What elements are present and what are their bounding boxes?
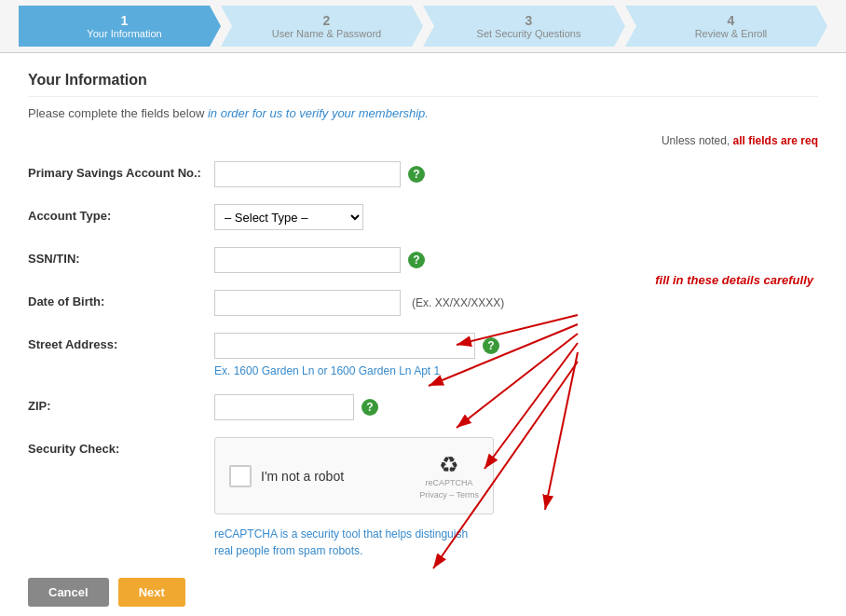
field-dob: Date of Birth: (Ex. XX/XX/XXXX) (28, 290, 818, 316)
step-4-number: 4 (728, 13, 735, 28)
recaptcha-description: reCAPTCHA is a security tool that helps … (214, 526, 494, 559)
recaptcha-label: I'm not a robot (261, 469, 344, 484)
step-3-label: Set Security Questions (477, 28, 581, 39)
recaptcha-brand: reCAPTCHA (426, 478, 473, 487)
subtitle: Please complete the fields below in orde… (28, 106, 818, 120)
input-street[interactable] (214, 333, 475, 359)
label-dob: Date of Birth: (28, 290, 214, 308)
input-ssn[interactable] (214, 247, 401, 273)
label-security-check: Security Check: (28, 437, 214, 456)
recaptcha-logo: ♻ reCAPTCHA Privacy – Terms (419, 452, 479, 500)
step-3: 3 Set Security Questions (423, 6, 625, 47)
input-zip[interactable] (214, 394, 354, 420)
field-account-type: Account Type: – Select Type – Savings Ch… (28, 204, 818, 230)
control-zip: ? (214, 394, 378, 420)
control-dob: (Ex. XX/XX/XXXX) (214, 290, 504, 316)
control-street: ? Ex. 1600 Garden Ln or 1600 Garden Ln A… (214, 333, 499, 377)
control-ssn: ? (214, 247, 425, 273)
field-primary-savings: Primary Savings Account No.: ? (28, 161, 818, 187)
input-dob[interactable] (214, 290, 401, 316)
step-3-number: 3 (525, 13, 533, 28)
recaptcha-icon: ♻ (439, 452, 459, 478)
field-zip: ZIP: ? (28, 394, 818, 420)
select-account-type[interactable]: – Select Type – Savings Checking Money M… (214, 204, 363, 230)
help-icon-street[interactable]: ? (483, 337, 499, 354)
recaptcha-links: Privacy – Terms (419, 490, 479, 500)
step-2: 2 User Name & Password (221, 6, 423, 47)
recaptcha-box[interactable]: I'm not a robot ♻ reCAPTCHA Privacy – Te… (214, 437, 494, 514)
progress-bar: 1 Your Information 2 User Name & Passwor… (0, 0, 846, 53)
cancel-button[interactable]: Cancel (28, 578, 109, 607)
help-icon-ssn[interactable]: ? (408, 252, 425, 268)
required-note: Unless noted, all fields are req (28, 134, 818, 147)
input-primary-savings[interactable] (214, 161, 401, 187)
step-4: 4 Review & Enroll (625, 6, 827, 47)
help-icon-primary-savings[interactable]: ? (408, 166, 425, 183)
step-4-label: Review & Enroll (695, 28, 768, 39)
control-primary-savings: ? (214, 161, 425, 187)
step-2-label: User Name & Password (272, 28, 381, 39)
help-icon-zip[interactable]: ? (362, 399, 378, 416)
field-street: Street Address: ? Ex. 1600 Garden Ln or … (28, 333, 818, 377)
label-street: Street Address: (28, 333, 214, 351)
label-primary-savings: Primary Savings Account No.: (28, 161, 214, 180)
step-1-label: Your Information (87, 28, 161, 39)
step-2-number: 2 (323, 13, 331, 28)
dob-hint: (Ex. XX/XX/XXXX) (412, 296, 504, 309)
button-row: Cancel Next (28, 578, 818, 607)
step-1: 1 Your Information (19, 6, 221, 47)
annotation-text: fill in these details carefully (655, 273, 813, 287)
street-example: Ex. 1600 Garden Ln or 1600 Garden Ln Apt… (214, 364, 499, 377)
control-security-check: I'm not a robot ♻ reCAPTCHA Privacy – Te… (214, 437, 494, 559)
field-ssn: SSN/TIN: ? (28, 247, 818, 273)
label-account-type: Account Type: (28, 204, 214, 223)
label-zip: ZIP: (28, 394, 214, 413)
recaptcha-checkbox[interactable] (229, 465, 252, 487)
page-title: Your Information (28, 72, 818, 97)
step-1-number: 1 (121, 13, 129, 28)
control-account-type: – Select Type – Savings Checking Money M… (214, 204, 363, 230)
label-ssn: SSN/TIN: (28, 247, 214, 266)
field-security-check: Security Check: I'm not a robot ♻ reCAPT… (28, 437, 818, 559)
next-button[interactable]: Next (118, 578, 185, 607)
